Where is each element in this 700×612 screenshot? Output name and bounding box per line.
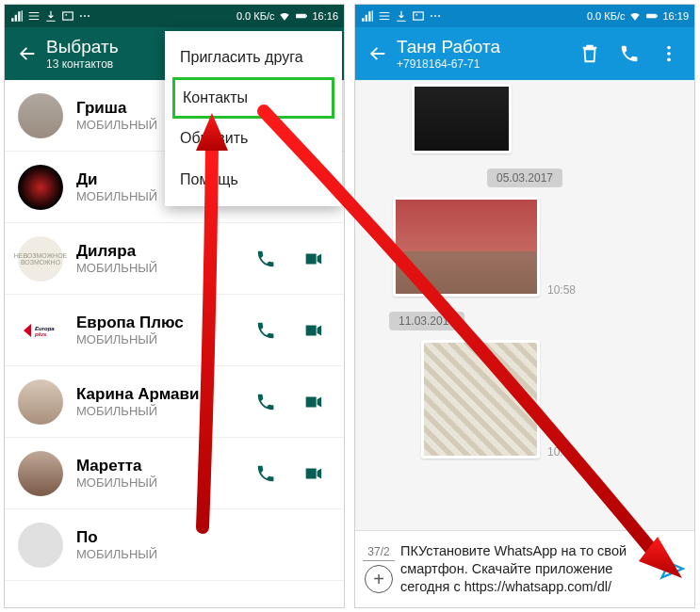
svg-text:plus: plus: [34, 331, 47, 337]
call-icon[interactable]: [255, 463, 276, 484]
net-speed: 0.0 КБ/с: [587, 10, 626, 22]
menu-icon: [378, 9, 391, 23]
message-input[interactable]: ПКУстановите WhatsApp на то свой смартфо…: [400, 542, 653, 596]
video-icon[interactable]: [302, 463, 323, 484]
contact-name: Карина Армави: [76, 385, 255, 404]
contact-row[interactable]: Карина Армави МОБИЛЬНЫЙ: [5, 366, 344, 438]
contact-sub: МОБИЛЬНЫЙ: [76, 332, 255, 346]
popup-menu: Пригласить друга Контакты Обновить Помощ…: [165, 31, 342, 206]
avatar: НЕВОЗМОЖНОЕВОЗМОЖНО: [18, 236, 63, 282]
image-icon: [61, 9, 74, 23]
signal-icon: [10, 9, 24, 23]
menu-contacts[interactable]: Контакты: [172, 77, 334, 119]
video-icon[interactable]: [302, 249, 323, 269]
call-icon[interactable]: [255, 320, 276, 341]
contact-row[interactable]: Europaplus Европа Плюс МОБИЛЬНЫЙ: [5, 295, 344, 366]
contact-sub: МОБИЛЬНЫЙ: [76, 547, 331, 561]
phone-right: 0.0 КБ/с 16:19 Таня Работа +7918164-67-7…: [354, 4, 695, 608]
image-icon: [412, 9, 425, 23]
contact-sub: МОБИЛЬНЫЙ: [76, 404, 255, 418]
svg-rect-6: [306, 15, 307, 17]
message-time: 10:38: [547, 445, 576, 459]
date-pill: 05.03.2017: [487, 169, 562, 187]
more-icon[interactable]: [659, 43, 679, 64]
back-button[interactable]: [12, 43, 42, 64]
svg-point-13: [438, 15, 440, 17]
menu-invite[interactable]: Пригласить друга: [165, 37, 342, 78]
composer: 37/2 + ПКУстановите WhatsApp на то свой …: [355, 530, 694, 607]
chat-title: Таня Работа: [397, 37, 579, 57]
clock: 16:19: [662, 10, 689, 22]
menu-help[interactable]: Помощь: [165, 159, 342, 201]
contact-sub: МОБИЛЬНЫЙ: [76, 261, 255, 275]
contact-name: Диляра: [76, 242, 255, 261]
clock: 16:16: [312, 10, 338, 22]
statusbar-right: 0.0 КБ/с 16:19: [355, 5, 694, 27]
wifi-icon: [278, 9, 291, 23]
svg-point-12: [434, 15, 436, 17]
video-icon[interactable]: [302, 320, 323, 341]
svg-point-10: [415, 14, 417, 16]
contact-row[interactable]: По МОБИЛЬНЫЙ: [5, 509, 344, 581]
net-speed: 0.0 КБ/с: [236, 10, 275, 22]
avatar: [18, 379, 63, 425]
back-button[interactable]: [363, 43, 393, 64]
svg-rect-15: [657, 15, 658, 17]
contact-row[interactable]: Маретта МОБИЛЬНЫЙ: [5, 438, 344, 509]
svg-point-4: [88, 15, 90, 17]
more-icon: [78, 9, 91, 23]
chat-area[interactable]: 05.03.2017 10:58 11.03.2017 10:38: [355, 80, 694, 540]
avatar: Europaplus: [18, 308, 63, 353]
menu-update[interactable]: Обновить: [165, 118, 342, 159]
signal-icon: [361, 9, 374, 23]
call-icon[interactable]: [255, 249, 276, 269]
download-icon: [395, 9, 408, 23]
svg-point-18: [667, 58, 671, 62]
svg-rect-9: [414, 12, 424, 20]
trash-icon[interactable]: [579, 43, 600, 64]
call-icon[interactable]: [619, 43, 640, 64]
attach-button[interactable]: +: [365, 565, 393, 593]
svg-point-2: [80, 15, 82, 17]
more-icon: [429, 9, 442, 23]
svg-rect-5: [297, 14, 307, 19]
contact-name: По: [76, 528, 331, 547]
svg-point-11: [431, 15, 432, 17]
svg-point-16: [667, 46, 671, 50]
message-image[interactable]: [412, 84, 512, 153]
date-pill: 11.03.2017: [389, 312, 464, 330]
battery-icon: [645, 9, 659, 23]
call-icon[interactable]: [255, 392, 276, 412]
contact-name: Европа Плюс: [76, 314, 255, 332]
header-right: Таня Работа +7918164-67-71: [355, 27, 694, 80]
menu-icon: [27, 9, 41, 23]
phone-left: 0.0 КБ/с 16:16 Выбрать 13 контактов Приг…: [4, 4, 345, 608]
svg-point-3: [84, 15, 86, 17]
message-image[interactable]: [393, 197, 540, 297]
avatar: [18, 165, 63, 210]
contact-sub: МОБИЛЬНЫЙ: [76, 475, 255, 490]
wifi-icon: [628, 9, 642, 23]
video-icon[interactable]: [302, 392, 323, 412]
svg-point-1: [65, 14, 67, 16]
svg-rect-0: [63, 12, 73, 20]
svg-rect-14: [647, 14, 658, 19]
contact-name: Маретта: [76, 457, 255, 475]
message-image[interactable]: [421, 340, 540, 459]
chat-phone: +7918164-67-71: [397, 57, 579, 71]
message-time: 10:58: [547, 283, 576, 297]
download-icon: [44, 9, 57, 23]
char-counter: 37/2: [363, 545, 395, 561]
avatar: [18, 93, 63, 138]
avatar: [18, 523, 63, 568]
avatar: [18, 451, 63, 496]
contact-row[interactable]: НЕВОЗМОЖНОЕВОЗМОЖНО Диляра МОБИЛЬНЫЙ: [5, 223, 344, 295]
statusbar-left: 0.0 КБ/с 16:16: [5, 5, 344, 27]
send-button[interactable]: [659, 556, 687, 584]
battery-icon: [295, 9, 308, 23]
svg-point-17: [667, 52, 671, 56]
